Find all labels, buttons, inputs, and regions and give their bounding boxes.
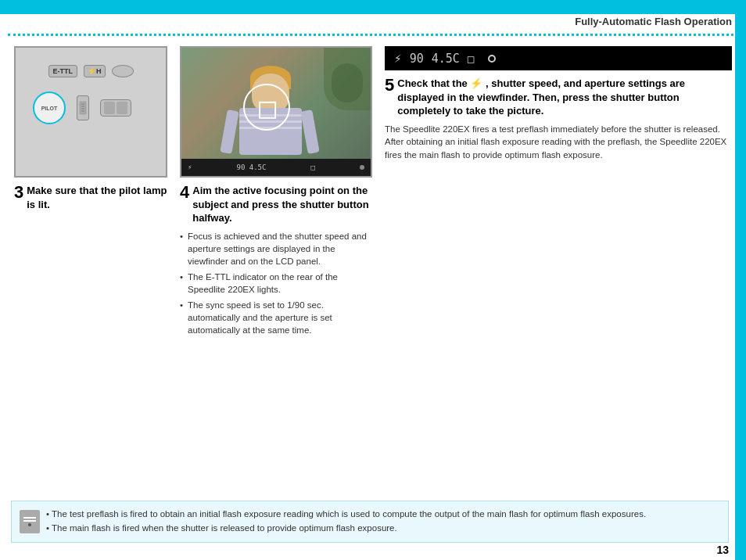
camera-body: E-TTL ⚡H PILOT — [16, 48, 166, 176]
pilot-button: PILOT — [33, 92, 66, 124]
step5-lcd-flash-icon: ⚡ — [394, 51, 402, 66]
h-badge: ⚡H — [84, 65, 106, 77]
note-icon-line-2 — [23, 520, 36, 522]
step5-lcd-speed: 90 — [410, 52, 424, 66]
focus-square — [259, 102, 276, 119]
step4-label: 4 Aim the active focusing point on the s… — [180, 184, 375, 225]
rocker-switch — [100, 99, 131, 117]
step4-bullet-3: The sync speed is set to 1/90 sec. autom… — [180, 299, 375, 336]
note-icon-line-1 — [23, 517, 36, 519]
note-icon-dot — [28, 523, 31, 526]
camera-bottom-row: PILOT — [27, 92, 155, 124]
step5-lcd-circle — [488, 55, 496, 63]
step4-bullet-1: Focus is achieved and the shutter speed … — [180, 230, 375, 267]
step3-column: E-TTL ⚡H PILOT — [14, 46, 170, 339]
step5-column: ⚡ 90 4.5C □ 5 Check that the ⚡ , shutter… — [385, 46, 732, 339]
step5-lcd-m: □ — [468, 52, 474, 65]
main-content: E-TTL ⚡H PILOT — [0, 38, 746, 339]
photo-background — [181, 48, 371, 176]
step3-text: Make sure that the pilot lamp is lit. — [27, 184, 170, 211]
step4-number: 4 — [180, 184, 189, 225]
camera-top-row: E-TTL ⚡H — [48, 65, 134, 77]
svg-rect-0 — [80, 102, 86, 114]
note-content: • The test preflash is fired to obtain a… — [46, 508, 719, 536]
step4-bullets: Focus is achieved and the shutter speed … — [180, 230, 375, 340]
step4-column: ⚡ 90 4.5C □ 4 Aim the active focusing po… — [180, 46, 375, 339]
step5-heading: Check that the ⚡ , shutter speed, and ap… — [397, 77, 732, 118]
step4-heading: Aim the active focusing point on the sub… — [192, 184, 375, 225]
step3-number: 3 — [14, 184, 23, 211]
note-bullet-1: • The test preflash is fired to obtain a… — [46, 508, 719, 522]
rocker-left — [104, 102, 115, 114]
right-accent-bar — [735, 0, 746, 560]
lcd-indicator-dot — [360, 165, 364, 170]
dotted-divider — [0, 31, 746, 38]
header-row: Fully-Automatic Flash Operation — [0, 14, 746, 27]
note-icon-inner — [20, 510, 40, 533]
lcd-m-symbol: □ — [310, 163, 314, 171]
lcd-flash-symbol: ⚡ — [188, 163, 192, 171]
page-number: 13 — [716, 544, 729, 556]
step4-bullet-2: The E-TTL indicator on the rear of the S… — [180, 271, 375, 296]
lcd-strip: ⚡ 90 4.5C □ — [181, 159, 371, 176]
top-bar — [0, 0, 746, 14]
lcd-speed-value: 90 4.5C — [236, 163, 266, 171]
step5-lcd-aperture: 4.5C — [432, 52, 460, 66]
step4-image: ⚡ 90 4.5C □ — [180, 46, 372, 178]
dial-control — [77, 95, 89, 120]
step5-label: 5 Check that the ⚡ , shutter speed, and … — [385, 77, 732, 118]
step3-image: E-TTL ⚡H PILOT — [14, 46, 167, 178]
rocker-right — [117, 102, 127, 114]
note-icon — [20, 510, 40, 533]
step5-number: 5 — [385, 77, 394, 118]
step3-label: 3 Make sure that the pilot lamp is lit. — [14, 184, 170, 211]
divider-line — [8, 34, 738, 36]
oval-button — [112, 65, 134, 77]
note-bullet-2: • The main flash is fired when the shutt… — [46, 522, 719, 536]
note-box: • The test preflash is fired to obtain a… — [11, 501, 729, 543]
step5-lcd-display: ⚡ 90 4.5C □ — [385, 46, 732, 70]
ettl-badge: E-TTL — [48, 65, 78, 77]
step5-body: The Speedlite 220EX fires a test preflas… — [385, 123, 732, 162]
page-title: Fully-Automatic Flash Operation — [575, 16, 732, 27]
